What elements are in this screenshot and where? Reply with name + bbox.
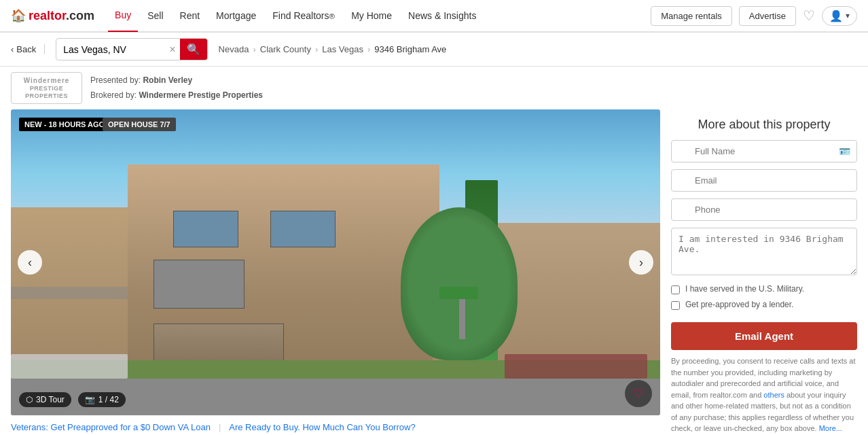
email-wrapper: ✉	[671, 169, 857, 192]
agent-name: Robin Verley	[143, 75, 192, 85]
breadcrumb-address: 9346 Brigham Ave	[374, 44, 446, 54]
user-icon: 👤	[829, 10, 843, 22]
badge-new: NEW - 18 HOURS AGO	[19, 118, 110, 131]
logo[interactable]: 🏠 realtor.com	[11, 8, 94, 23]
back-button[interactable]: ‹ Back	[11, 44, 45, 54]
user-menu[interactable]: 👤 ▾	[822, 6, 857, 26]
chevron-down-icon: ▾	[846, 11, 850, 20]
military-checkbox-row: I have served in the U.S. Military.	[671, 284, 857, 294]
logo-house-icon: 🏠	[11, 8, 26, 23]
3d-tour-button[interactable]: ⬡ 3D Tour	[19, 392, 71, 407]
nav-buy[interactable]: Buy	[108, 0, 138, 32]
others-link[interactable]: others	[763, 391, 784, 399]
id-card-icon: 🪪	[839, 146, 850, 157]
breadcrumb-nevada[interactable]: Nevada	[219, 44, 249, 54]
phone-group: 📞	[671, 198, 857, 221]
breadcrumb-sep-3: ›	[367, 44, 370, 54]
message-group	[671, 228, 857, 277]
back-arrow-icon: ‹	[11, 44, 14, 54]
breadcrumb-sep-2: ›	[315, 44, 318, 54]
full-name-group: 👤 🪪	[671, 140, 857, 162]
preapprove-label: Get pre-approved by a lender.	[685, 300, 793, 309]
agent-info: Presented by: Robin Verley Brokered by: …	[90, 73, 263, 103]
more-link[interactable]: More...	[819, 424, 842, 432]
message-textarea[interactable]	[671, 228, 857, 275]
advertise-button[interactable]: Advertise	[739, 6, 796, 26]
nav-news-insights[interactable]: News & Insights	[401, 0, 483, 32]
links-bar: Veterans: Get Preapproved for a $0 Down …	[11, 415, 660, 435]
main-nav: Buy Sell Rent Mortgage Find Realtors® My…	[108, 0, 483, 32]
search-box: × 🔍	[56, 38, 207, 60]
preapprove-checkbox-row: Get pre-approved by a lender.	[671, 300, 857, 310]
3d-tour-label: 3D Tour	[36, 395, 65, 404]
badge-open-house: OPEN HOUSE 7/7	[103, 118, 176, 131]
breadcrumb-nav: Nevada › Clark County › Las Vegas › 9346…	[219, 44, 447, 54]
save-property-button[interactable]: ♡	[625, 380, 652, 407]
manage-rentals-button[interactable]: Manage rentals	[651, 6, 732, 26]
agent-logo: WindermerePRESTIGE PROPERTIES	[11, 72, 82, 104]
phone-input[interactable]	[671, 198, 857, 221]
photo-next-button[interactable]: ›	[629, 250, 653, 275]
photo-count-label: 1 / 42	[98, 395, 119, 404]
photo-container: NEW - 18 HOURS AGO OPEN HOUSE 7/7 ‹ › ⬡ …	[11, 109, 660, 415]
military-checkbox[interactable]	[671, 285, 680, 294]
email-agent-button[interactable]: Email Agent	[671, 322, 857, 350]
borrow-link[interactable]: Are Ready to Buy. How Much Can You Borro…	[229, 422, 415, 432]
windermere-logo-text: WindermerePRESTIGE PROPERTIES	[18, 77, 75, 99]
agent-banner: WindermerePRESTIGE PROPERTIES Presented …	[0, 67, 868, 109]
camera-icon: 📷	[85, 395, 95, 404]
header-right: Manage rentals Advertise ♡ 👤 ▾	[651, 6, 857, 26]
3d-tour-icon: ⬡	[26, 395, 33, 404]
header: 🏠 realtor.com Buy Sell Rent Mortgage Fin…	[0, 0, 868, 33]
presented-by: Presented by: Robin Verley	[90, 73, 263, 88]
breadcrumb-clark-county[interactable]: Clark County	[260, 44, 311, 54]
brokered-by: Brokered by: Windermere Prestige Propert…	[90, 88, 263, 103]
breadcrumb-sep-1: ›	[253, 44, 255, 54]
nav-rent[interactable]: Rent	[173, 0, 207, 32]
photo-prev-button[interactable]: ‹	[18, 250, 42, 275]
photo-bottom-controls: ⬡ 3D Tour 📷 1 / 42	[19, 392, 126, 407]
breadcrumb-las-vegas[interactable]: Las Vegas	[322, 44, 363, 54]
links-separator: |	[219, 422, 221, 432]
va-loan-link[interactable]: Veterans: Get Preapproved for a $0 Down …	[11, 422, 211, 432]
nav-find-realtors[interactable]: Find Realtors®	[266, 0, 342, 32]
house-image	[11, 109, 660, 415]
logo-text: realtor.com	[29, 9, 94, 23]
search-submit-button[interactable]: 🔍	[180, 39, 207, 60]
back-label: Back	[16, 44, 36, 54]
breadcrumb-bar: ‹ Back × 🔍 Nevada › Clark County › Las V…	[0, 33, 868, 67]
nav-sell[interactable]: Sell	[141, 0, 170, 32]
form-panel: More about this property 👤 🪪 ✉ 📞	[660, 109, 857, 435]
nav-mortgage[interactable]: Mortgage	[209, 0, 263, 32]
preapprove-checkbox[interactable]	[671, 301, 680, 310]
form-title: More about this property	[671, 109, 857, 140]
nav-my-home[interactable]: My Home	[344, 0, 399, 32]
phone-wrapper: 📞	[671, 198, 857, 221]
photo-main	[11, 109, 660, 415]
military-label: I have served in the U.S. Military.	[685, 284, 804, 294]
search-input[interactable]	[56, 41, 165, 58]
photo-section: NEW - 18 HOURS AGO OPEN HOUSE 7/7 ‹ › ⬡ …	[11, 109, 660, 435]
broker-name: Windermere Prestige Properties	[139, 90, 263, 100]
search-clear-button[interactable]: ×	[165, 44, 179, 56]
search-icon: 🔍	[187, 44, 200, 55]
saved-homes-icon[interactable]: ♡	[803, 7, 815, 24]
main-content: NEW - 18 HOURS AGO OPEN HOUSE 7/7 ‹ › ⬡ …	[0, 109, 868, 435]
full-name-wrapper: 👤 🪪	[671, 140, 857, 162]
realtors-sup: ®	[329, 12, 336, 20]
disclaimer-text: By proceeding, you consent to receive ca…	[671, 355, 857, 434]
email-input[interactable]	[671, 169, 857, 192]
photo-count[interactable]: 📷 1 / 42	[78, 392, 126, 407]
full-name-input[interactable]	[671, 140, 857, 162]
email-group: ✉	[671, 169, 857, 192]
